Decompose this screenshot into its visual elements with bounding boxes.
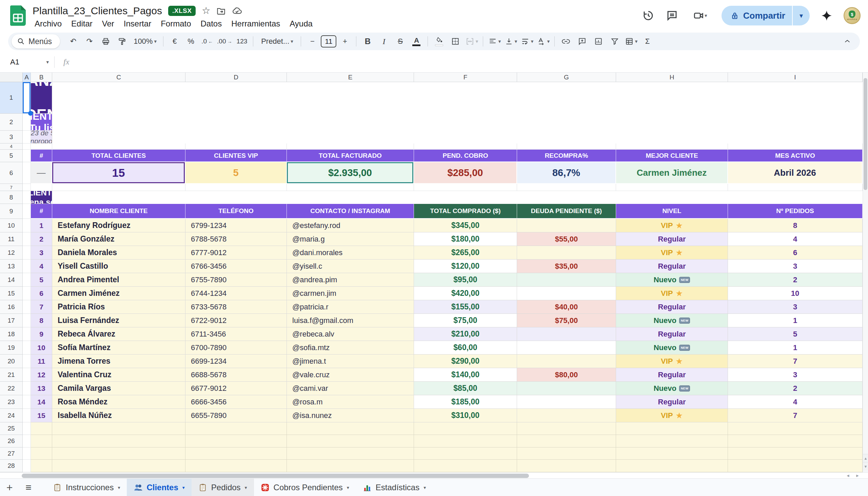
- column-header-I[interactable]: I: [728, 73, 863, 82]
- share-dropdown[interactable]: ▾: [792, 6, 810, 26]
- row-11-phone[interactable]: 6699-1234: [186, 355, 287, 368]
- row-12-orders[interactable]: 3: [728, 368, 863, 382]
- table-header-6[interactable]: NIVEL: [616, 204, 728, 219]
- empty-template-cell[interactable]: [728, 422, 863, 435]
- row-6-number[interactable]: 6: [31, 287, 52, 300]
- empty-template-cell[interactable]: [52, 422, 186, 435]
- row-1-debt[interactable]: [517, 219, 616, 232]
- row-9-number[interactable]: 9: [31, 327, 52, 341]
- cell-A22[interactable]: [23, 382, 31, 395]
- cell-A23[interactable]: [23, 395, 31, 409]
- table-views-button[interactable]: ▾: [623, 34, 639, 48]
- empty-template-cell[interactable]: [517, 435, 616, 448]
- row-1-orders[interactable]: 8: [728, 219, 863, 232]
- tab-caret-icon[interactable]: ▾: [118, 485, 120, 490]
- row-12-level[interactable]: Regular: [616, 368, 728, 382]
- row-6-orders[interactable]: 10: [728, 287, 863, 300]
- row-14-name[interactable]: Rosa Méndez: [52, 395, 186, 409]
- stats-value-1[interactable]: 5: [186, 162, 287, 184]
- cell-A18[interactable]: [23, 327, 31, 341]
- paint-format-button[interactable]: [114, 34, 130, 48]
- sheet-tab-instrucciones[interactable]: Instrucciones▾: [46, 479, 127, 496]
- empty-template-cell[interactable]: [616, 460, 728, 472]
- row-8-phone[interactable]: 6722-9012: [186, 314, 287, 327]
- empty-cell[interactable]: [517, 184, 616, 191]
- row-4-debt[interactable]: $35,00: [517, 260, 616, 273]
- increase-decimals-button[interactable]: .00→: [216, 34, 233, 48]
- all-sheets-button[interactable]: ≡: [19, 479, 38, 496]
- tab-caret-icon[interactable]: ▾: [347, 485, 349, 490]
- empty-template-cell[interactable]: [414, 435, 517, 448]
- row-14-number[interactable]: 14: [31, 395, 52, 409]
- row-3-number[interactable]: 3: [31, 246, 52, 260]
- row-9-phone[interactable]: 6711-3456: [186, 327, 287, 341]
- tab-caret-icon[interactable]: ▾: [423, 485, 426, 490]
- select-all-corner[interactable]: [0, 73, 23, 82]
- cell-A3[interactable]: [23, 130, 31, 143]
- account-avatar[interactable]: $ AVANZA: [843, 7, 861, 24]
- row-1-phone[interactable]: 6799-1234: [186, 219, 287, 232]
- fill-color-button[interactable]: [431, 34, 447, 48]
- sheet-tab-pedidos[interactable]: Pedidos▾: [192, 479, 254, 496]
- row-10-name[interactable]: Sofía Martínez: [52, 341, 186, 355]
- row-3-level[interactable]: VIP★: [616, 246, 728, 260]
- empty-cell[interactable]: [31, 143, 52, 150]
- row-7-contact[interactable]: @patricia.r: [287, 300, 414, 314]
- cell-A20[interactable]: [23, 355, 31, 368]
- empty-cell[interactable]: [728, 184, 863, 191]
- banner-title[interactable]: FINANZAS EN ORDEN: [31, 82, 52, 114]
- row-header-15[interactable]: 15: [0, 287, 23, 300]
- empty-template-cell[interactable]: [517, 448, 616, 460]
- row-14-total[interactable]: $185,00: [414, 395, 517, 409]
- row-header-21[interactable]: 21: [0, 368, 23, 382]
- empty-template-cell[interactable]: [414, 448, 517, 460]
- row-5-phone[interactable]: 6755-7890: [186, 273, 287, 287]
- row-5-level[interactable]: NuevoNEW: [616, 273, 728, 287]
- cell-A4[interactable]: [23, 143, 31, 150]
- text-rotation-button[interactable]: ▾: [535, 34, 551, 48]
- row-8-total[interactable]: $75,00: [414, 314, 517, 327]
- cell-A2[interactable]: [23, 114, 31, 130]
- empty-template-cell[interactable]: [287, 422, 414, 435]
- row-15-name[interactable]: Isabella Núñez: [52, 409, 186, 422]
- sheet-tab-estadísticas[interactable]: Estadísticas▾: [356, 479, 433, 496]
- row-11-debt[interactable]: [517, 355, 616, 368]
- cell-A24[interactable]: [23, 409, 31, 422]
- borders-button[interactable]: [448, 34, 463, 48]
- scroll-down-button[interactable]: ▼: [863, 462, 868, 470]
- insert-link-button[interactable]: [558, 34, 574, 48]
- vertical-scrollbar[interactable]: ▲ ▼: [863, 73, 868, 472]
- stats-header-3[interactable]: PEND. COBRO: [414, 150, 517, 162]
- scroll-right-button[interactable]: ►: [853, 472, 862, 479]
- cell-A5[interactable]: [23, 150, 31, 162]
- horizontal-scrollbar-thumb[interactable]: [22, 474, 529, 478]
- create-filter-button[interactable]: [607, 34, 623, 48]
- row-header-26[interactable]: 26: [0, 435, 23, 448]
- column-header-C[interactable]: C: [52, 73, 186, 82]
- row-11-total[interactable]: $290,00: [414, 355, 517, 368]
- selected-cell-A1[interactable]: [23, 82, 31, 114]
- menu-herramientas[interactable]: Herramientas: [226, 18, 285, 29]
- cell-A21[interactable]: [23, 368, 31, 382]
- row-3-phone[interactable]: 6777-9012: [186, 246, 287, 260]
- sheet-tab-cobros-pendientes[interactable]: Cobros Pendientes▾: [254, 479, 356, 496]
- cell-A19[interactable]: [23, 341, 31, 355]
- more-formats-button[interactable]: 123: [234, 34, 250, 48]
- row-8-contact[interactable]: luisa.f@gmail.com: [287, 314, 414, 327]
- name-box[interactable]: A1 ▾: [0, 58, 54, 66]
- row-3-contact[interactable]: @dani.morales: [287, 246, 414, 260]
- stats-value-6[interactable]: Abril 2026: [728, 162, 863, 184]
- add-sheet-button[interactable]: ＋: [0, 479, 19, 496]
- currency-format-button[interactable]: €: [167, 34, 182, 48]
- menu-datos[interactable]: Datos: [196, 18, 227, 29]
- row-1-contact[interactable]: @estefany.rod: [287, 219, 414, 232]
- increase-font-size-button[interactable]: +: [337, 34, 353, 48]
- row-12-name[interactable]: Valentina Cruz: [52, 368, 186, 382]
- print-button[interactable]: [98, 34, 114, 48]
- cell-A16[interactable]: [23, 300, 31, 314]
- undo-button[interactable]: ↶: [65, 34, 81, 48]
- row-2-total[interactable]: $180,00: [414, 232, 517, 246]
- row-7-name[interactable]: Patricia Ríos: [52, 300, 186, 314]
- row-header-2[interactable]: 2: [0, 114, 23, 130]
- empty-cell[interactable]: [287, 184, 414, 191]
